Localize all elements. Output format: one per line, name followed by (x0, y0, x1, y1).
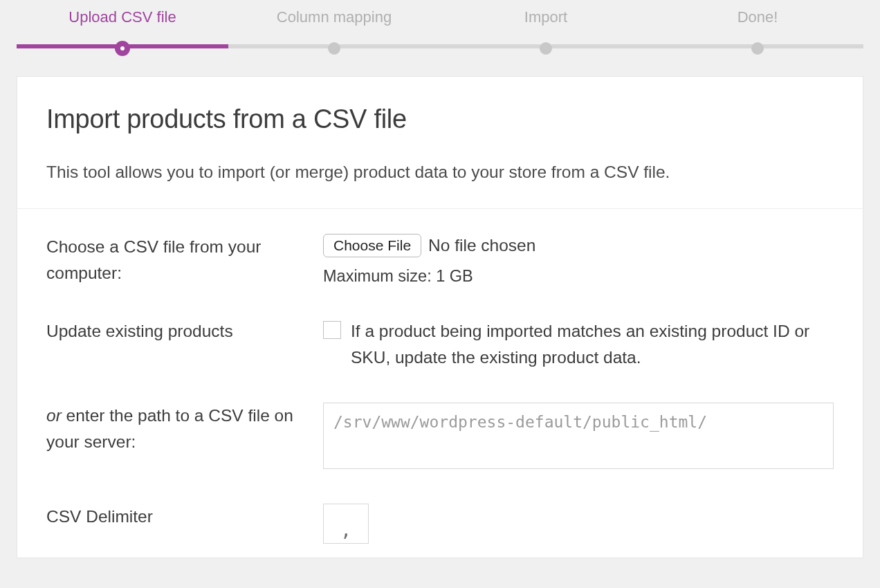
step-dot-icon (540, 42, 552, 55)
page-title: Import products from a CSV file (46, 104, 834, 134)
step-label: Import (524, 8, 567, 26)
update-existing-label: Update existing products (46, 318, 323, 344)
step-import[interactable]: Import (440, 8, 652, 48)
server-path-label: or enter the path to a CSV file on your … (46, 403, 323, 455)
step-done[interactable]: Done! (652, 8, 863, 48)
import-card: Import products from a CSV file This too… (17, 76, 863, 558)
step-dot-icon (751, 42, 764, 55)
row-delimiter: CSV Delimiter (46, 504, 834, 544)
server-path-label-prefix: or (46, 406, 62, 425)
update-existing-checkbox[interactable] (323, 321, 341, 339)
card-header: Import products from a CSV file This too… (17, 77, 863, 209)
progress-stepper: Upload CSV file Column mapping Import Do… (17, 0, 863, 76)
step-column-mapping[interactable]: Column mapping (228, 8, 440, 48)
server-path-label-rest: enter the path to a CSV file on your ser… (46, 406, 293, 451)
file-size-hint: Maximum size: 1 GB (323, 267, 834, 286)
row-choose-file: Choose a CSV file from your computer: Ch… (46, 234, 834, 286)
step-label: Column mapping (277, 8, 392, 26)
page-description: This tool allows you to import (or merge… (46, 160, 834, 183)
update-existing-description: If a product being imported matches an e… (351, 318, 834, 371)
step-upload[interactable]: Upload CSV file (17, 8, 228, 48)
delimiter-label: CSV Delimiter (46, 504, 323, 530)
row-update-existing: Update existing products If a product be… (46, 318, 834, 371)
server-path-input[interactable] (323, 403, 834, 469)
step-dot-icon (328, 42, 340, 55)
step-dot-icon (115, 41, 130, 56)
step-label: Upload CSV file (68, 8, 176, 26)
file-chosen-status: No file chosen (428, 236, 535, 255)
delimiter-input[interactable] (323, 504, 369, 544)
step-label: Done! (737, 8, 778, 26)
import-form: Choose a CSV file from your computer: Ch… (17, 209, 863, 558)
choose-file-label: Choose a CSV file from your computer: (46, 234, 323, 286)
choose-file-button[interactable]: Choose File (323, 234, 421, 257)
row-server-path: or enter the path to a CSV file on your … (46, 403, 834, 472)
